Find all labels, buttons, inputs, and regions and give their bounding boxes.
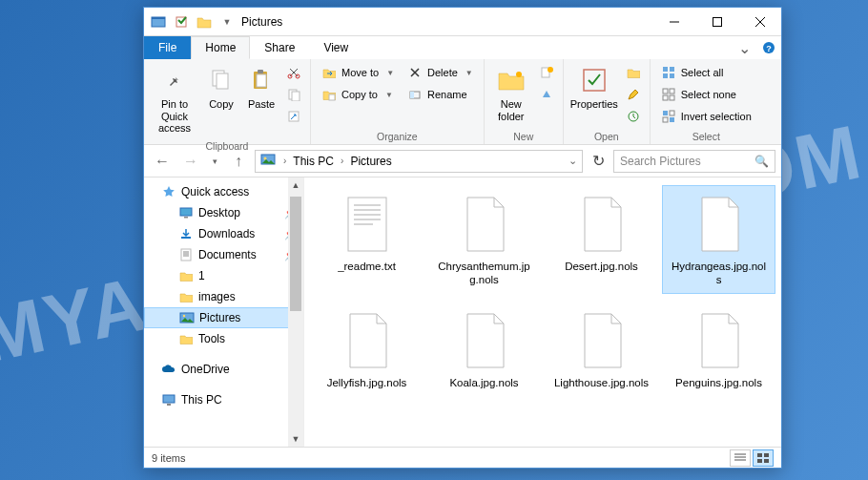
- copy-to-button[interactable]: Copy to▼: [317, 84, 399, 105]
- select-none-button[interactable]: Select none: [656, 84, 756, 105]
- file-item[interactable]: Jellyfish.jpg.nols: [310, 302, 424, 397]
- history-button[interactable]: [623, 106, 644, 127]
- svg-rect-33: [663, 95, 668, 100]
- file-item[interactable]: Hydrangeas.jpg.nols: [662, 185, 775, 294]
- file-item[interactable]: Lighthouse.jpg.nols: [545, 302, 658, 397]
- ribbon-group-select: Select all Select none Invert selection …: [651, 59, 762, 144]
- select-all-button[interactable]: Select all: [656, 62, 756, 83]
- sidebar-item-documents[interactable]: Documents📌: [144, 244, 303, 265]
- rename-icon: [407, 87, 423, 102]
- svg-text:?: ?: [766, 44, 772, 53]
- recent-locations-button[interactable]: ▾: [207, 149, 222, 174]
- open-button[interactable]: [623, 62, 644, 83]
- folder-icon: [179, 310, 195, 325]
- back-button[interactable]: ←: [150, 149, 175, 174]
- svg-rect-62: [764, 453, 769, 457]
- pin-to-quick-access-button[interactable]: Pin to Quick access: [150, 62, 199, 137]
- sidebar-onedrive[interactable]: OneDrive: [144, 359, 303, 380]
- svg-rect-12: [257, 74, 266, 87]
- search-icon: 🔍: [754, 155, 769, 168]
- sidebar-item-label: Documents: [198, 248, 257, 261]
- forward-button[interactable]: →: [178, 149, 203, 174]
- file-icon: [454, 308, 515, 373]
- file-item[interactable]: Koala.jpg.nols: [427, 302, 541, 397]
- sidebar-item-desktop[interactable]: Desktop📌: [144, 202, 303, 223]
- svg-rect-17: [292, 92, 300, 101]
- edit-button[interactable]: [623, 84, 644, 105]
- refresh-button[interactable]: ↻: [587, 150, 610, 173]
- qat-new-folder-button[interactable]: [194, 11, 215, 32]
- svg-point-22: [516, 72, 522, 77]
- ribbon-group-label: Select: [651, 131, 762, 144]
- new-item-button[interactable]: [536, 62, 557, 83]
- close-button[interactable]: [738, 8, 781, 36]
- cloud-icon: [161, 362, 176, 377]
- tab-share[interactable]: Share: [250, 36, 309, 59]
- qat-dropdown[interactable]: ▼: [217, 11, 238, 32]
- scrollbar-thumb[interactable]: [290, 197, 301, 311]
- folder-icon: [178, 289, 194, 304]
- file-item[interactable]: Desert.jpg.nols: [545, 185, 658, 294]
- breadcrumb-segment[interactable]: Pictures: [346, 155, 395, 168]
- invert-selection-button[interactable]: Invert selection: [656, 106, 756, 127]
- tab-view[interactable]: View: [309, 36, 362, 59]
- properties-button[interactable]: Properties: [569, 62, 619, 114]
- search-input[interactable]: Search Pictures 🔍: [613, 150, 775, 173]
- breadcrumb-segment[interactable]: This PC: [289, 155, 338, 168]
- file-name: _readme.txt: [338, 261, 396, 274]
- ribbon-group-label: New: [485, 131, 563, 144]
- file-view[interactable]: _readme.txtChrysanthemum.jpg.nolsDesert.…: [304, 177, 781, 447]
- sidebar-this-pc[interactable]: This PC: [144, 389, 303, 410]
- sidebar-scrollbar[interactable]: ▲ ▼: [288, 177, 303, 447]
- rename-button[interactable]: Rename: [403, 84, 478, 105]
- easy-access-button[interactable]: [536, 84, 557, 105]
- details-view-button[interactable]: [730, 449, 751, 467]
- qat-properties-button[interactable]: [171, 11, 192, 32]
- copy-icon: [206, 65, 237, 95]
- ribbon-collapse-button[interactable]: ⌄: [732, 36, 756, 59]
- svg-rect-4: [713, 17, 721, 26]
- paste-shortcut-button[interactable]: [283, 106, 304, 127]
- ribbon-group-new: New folder New: [485, 59, 564, 144]
- file-icon: [571, 308, 632, 373]
- sidebar-item-tools[interactable]: Tools: [144, 328, 303, 349]
- maximize-button[interactable]: [695, 8, 738, 36]
- sidebar-item-1[interactable]: 1: [144, 265, 303, 286]
- tab-file[interactable]: File: [144, 36, 191, 59]
- copy-path-button[interactable]: [283, 84, 304, 105]
- content-area: Quick access Desktop📌Downloads📌Documents…: [144, 177, 781, 447]
- sidebar-item-downloads[interactable]: Downloads📌: [144, 223, 303, 244]
- chevron-icon[interactable]: ›: [338, 156, 346, 166]
- cut-button[interactable]: [283, 62, 304, 83]
- scroll-down-arrow[interactable]: ▼: [288, 431, 303, 447]
- move-to-button[interactable]: Move to▼: [317, 62, 399, 83]
- icons-view-button[interactable]: [753, 449, 774, 467]
- scroll-up-arrow[interactable]: ▲: [288, 177, 303, 193]
- up-button[interactable]: ↑: [226, 149, 251, 174]
- sidebar-item-pictures[interactable]: Pictures: [144, 307, 303, 328]
- breadcrumb-dropdown[interactable]: ⌄: [566, 155, 580, 167]
- help-button[interactable]: ?: [756, 36, 781, 59]
- paste-button[interactable]: Paste: [243, 62, 279, 114]
- file-item[interactable]: _readme.txt: [310, 185, 424, 294]
- sidebar-item-images[interactable]: images: [144, 286, 303, 307]
- sidebar-quick-access[interactable]: Quick access: [144, 181, 303, 202]
- file-icon: [337, 308, 398, 373]
- svg-rect-31: [663, 89, 668, 94]
- window-title: Pictures: [241, 15, 282, 29]
- minimize-button[interactable]: [652, 8, 695, 36]
- svg-rect-43: [181, 237, 191, 239]
- item-count: 9 items: [152, 452, 185, 464]
- file-name: Hydrangeas.jpg.nols: [672, 261, 767, 287]
- new-folder-button[interactable]: New folder: [490, 62, 532, 125]
- chevron-icon[interactable]: ›: [280, 156, 289, 166]
- delete-button[interactable]: Delete▼: [403, 62, 478, 83]
- svg-rect-27: [663, 67, 668, 72]
- breadcrumb[interactable]: › This PC › Pictures ⌄: [255, 150, 583, 173]
- copy-button[interactable]: Copy: [203, 62, 239, 114]
- svg-rect-42: [184, 217, 188, 219]
- file-item[interactable]: Penguins.jpg.nols: [662, 302, 775, 397]
- file-item[interactable]: Chrysanthemum.jpg.nols: [427, 185, 541, 294]
- tab-home[interactable]: Home: [191, 36, 250, 59]
- invert-icon: [661, 109, 676, 124]
